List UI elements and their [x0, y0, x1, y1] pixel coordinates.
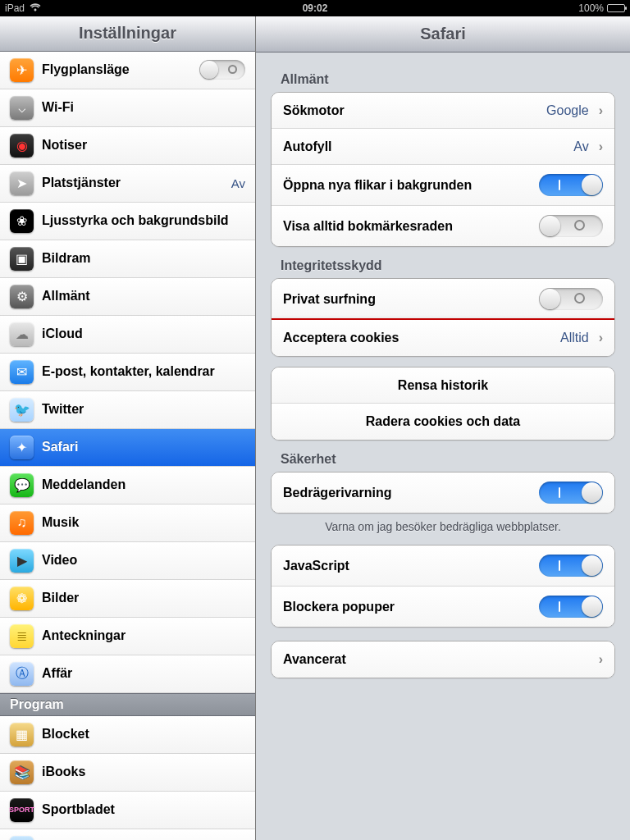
sidebar-item-label: Bildram: [42, 251, 245, 266]
detail-title: Safari: [256, 16, 630, 52]
sidebar-item-video[interactable]: ▶Video: [0, 542, 255, 580]
airplane-icon: ✈: [10, 58, 34, 82]
sidebar-item-label: Allmänt: [42, 289, 245, 304]
sidebar-item-wifi[interactable]: ⌵Wi-Fi: [0, 89, 255, 127]
row-label: Bedrägerivarning: [283, 486, 532, 500]
row-clear-history[interactable]: Rensa historik: [272, 368, 614, 404]
row-value: Google: [546, 103, 589, 118]
toggle-fraud-warning[interactable]: [539, 482, 603, 504]
group-advanced: Avancerat ›: [271, 641, 615, 678]
sidebar-item-yr[interactable]: YRYr: [0, 829, 255, 840]
sidebar-item-notif[interactable]: ◉Notiser: [0, 127, 255, 165]
row-label: Sökmotor: [283, 103, 540, 118]
row-javascript[interactable]: JavaScript: [272, 546, 614, 587]
toggle-private-browsing[interactable]: [539, 288, 603, 310]
row-fraud-warning[interactable]: Bedrägerivarning: [272, 472, 614, 513]
sidebar-item-frame[interactable]: ▣Bildram: [0, 240, 255, 278]
sidebar-item-notes[interactable]: ≣Anteckningar: [0, 618, 255, 655]
highlight-accept-cookies: Acceptera cookies Alltid ›: [271, 318, 615, 357]
sidebar-item-msg[interactable]: 💬Meddelanden: [0, 467, 255, 504]
sidebar-item-label: Wi-Fi: [42, 100, 237, 115]
sidebar-item-photos[interactable]: ❁Bilder: [0, 580, 255, 618]
sidebar-item-ibooks[interactable]: 📚iBooks: [0, 754, 255, 792]
sidebar-item-twitter[interactable]: 🐦Twitter: [0, 391, 255, 429]
row-label: Öppna nya flikar i bakgrunden: [283, 178, 532, 193]
sidebar-item-label: Flygplansläge: [42, 62, 191, 77]
group-fraud: Bedrägerivarning: [271, 472, 615, 514]
toggle-airplane[interactable]: [199, 60, 245, 80]
chevron-right-icon: ›: [599, 139, 603, 154]
frame-icon: ▣: [10, 247, 34, 271]
sidebar-item-label: iCloud: [42, 326, 245, 341]
row-private-browsing[interactable]: Privat surfning: [272, 279, 614, 320]
sidebar-item-label: iBooks: [42, 765, 245, 779]
sidebar-item-bright[interactable]: ❀Ljusstyrka och bakgrundsbild: [0, 203, 255, 240]
blocket-icon: ▦: [10, 723, 34, 746]
sidebar-item-general[interactable]: ⚙Allmänt: [0, 278, 255, 316]
toggle-block-popups[interactable]: [539, 596, 603, 618]
row-value: Av: [573, 139, 588, 154]
sport-icon: SPORT: [10, 798, 34, 822]
row-label: Autofyll: [283, 139, 567, 154]
row-label: Acceptera cookies: [283, 331, 554, 345]
ibooks-icon: 📚: [10, 760, 34, 784]
icloud-icon: ☁: [10, 322, 34, 346]
section-general-title: Allmänt: [281, 72, 615, 87]
settings-sidebar: Inställningar ✈Flygplansläge⌵Wi-Fi◉Notis…: [0, 16, 256, 840]
row-clear-data[interactable]: Radera cookies och data: [272, 404, 614, 440]
sidebar-item-blocket[interactable]: ▦Blocket: [0, 716, 255, 754]
store-icon: Ⓐ: [10, 662, 34, 686]
sidebar-item-label: Meddelanden: [42, 477, 245, 492]
sidebar-item-music[interactable]: ♫Musik: [0, 504, 255, 542]
yr-icon: YR: [10, 836, 34, 840]
notif-icon: ◉: [10, 134, 34, 158]
sidebar-item-loc[interactable]: ➤PlatstjänsterAv: [0, 165, 255, 203]
battery-icon: [607, 4, 625, 12]
sidebar-item-store[interactable]: ⒶAffär: [0, 655, 255, 693]
sidebar-section-programs: Program: [0, 693, 255, 716]
sidebar-item-label: Blocket: [42, 727, 245, 742]
sidebar-title: Inställningar: [0, 16, 255, 52]
music-icon: ♫: [10, 511, 34, 535]
section-privacy-title: Integritetsskydd: [281, 258, 615, 273]
sidebar-item-label: Bilder: [42, 591, 245, 605]
row-background-tabs[interactable]: Öppna nya flikar i bakgrunden: [272, 165, 614, 206]
loc-icon: ➤: [10, 171, 34, 195]
sidebar-item-label: E-post, kontakter, kalendrar: [42, 364, 245, 379]
row-accept-cookies[interactable]: Acceptera cookies Alltid ›: [272, 320, 614, 356]
row-advanced[interactable]: Avancerat ›: [272, 641, 614, 678]
sidebar-item-icloud[interactable]: ☁iCloud: [0, 316, 255, 354]
sidebar-item-value: Av: [231, 176, 245, 190]
group-clear: Rensa historik Radera cookies och data: [271, 367, 615, 441]
group-general: Sökmotor Google › Autofyll Av › Öppna ny…: [271, 92, 615, 247]
wifi-icon: ⌵: [10, 96, 34, 120]
sidebar-item-sport[interactable]: SPORTSportbladet: [0, 792, 255, 829]
toggle-background-tabs[interactable]: [539, 174, 603, 196]
device-label: iPad: [5, 2, 25, 14]
toggle-bookmarks-bar[interactable]: [539, 215, 603, 237]
battery-percent: 100%: [578, 2, 604, 14]
row-label: Visa alltid bokmärkesraden: [283, 219, 532, 234]
sidebar-item-label: Ljusstyrka och bakgrundsbild: [42, 213, 245, 228]
sidebar-item-mail[interactable]: ✉E-post, kontakter, kalendrar: [0, 354, 255, 391]
status-bar: iPad 09:02 100%: [0, 0, 630, 16]
row-label: Rensa historik: [283, 378, 603, 393]
row-autofill[interactable]: Autofyll Av ›: [272, 129, 614, 165]
mail-icon: ✉: [10, 360, 34, 384]
sidebar-item-label: Video: [42, 553, 245, 568]
sidebar-item-airplane[interactable]: ✈Flygplansläge: [0, 52, 255, 89]
row-label: Privat surfning: [283, 292, 532, 307]
msg-icon: 💬: [10, 473, 34, 497]
row-search-engine[interactable]: Sökmotor Google ›: [272, 93, 614, 129]
sidebar-item-label: Notiser: [42, 138, 245, 153]
row-label: Radera cookies och data: [283, 414, 603, 429]
row-block-popups[interactable]: Blockera popuper: [272, 587, 614, 627]
detail-pane: Safari Allmänt Sökmotor Google › Autofyl…: [256, 16, 630, 840]
chevron-right-icon: ›: [599, 103, 603, 118]
clock: 09:02: [303, 2, 328, 14]
notes-icon: ≣: [10, 624, 34, 648]
toggle-javascript[interactable]: [539, 555, 603, 577]
video-icon: ▶: [10, 549, 34, 573]
sidebar-item-safari[interactable]: ✦Safari: [0, 429, 255, 467]
row-bookmarks-bar[interactable]: Visa alltid bokmärkesraden: [272, 206, 614, 246]
